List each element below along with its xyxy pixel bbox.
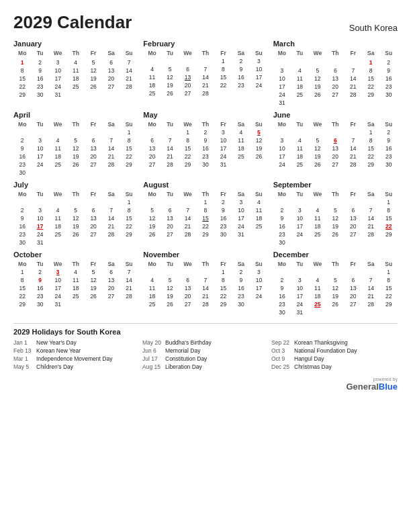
- day-header: Su: [379, 260, 398, 268]
- day-cell: 18: [232, 144, 250, 152]
- day-cell: 15: [179, 144, 196, 152]
- holiday-item: Aug 15Liberation Day: [142, 363, 269, 370]
- day-cell: [66, 300, 84, 308]
- day-cell: 17: [232, 214, 250, 222]
- month-table: MoTuWeThFrSaSu12345678910111213141516171…: [13, 49, 138, 99]
- day-cell: 23: [273, 300, 291, 308]
- holiday-name: Christmas Day: [294, 363, 332, 370]
- week-row: 23242526272829: [273, 300, 398, 308]
- day-cell: 3: [31, 136, 48, 144]
- day-cell: 17: [291, 222, 308, 230]
- day-header: Tu: [291, 260, 308, 268]
- day-cell: 2: [13, 136, 31, 144]
- week-row: 293031: [13, 91, 138, 99]
- day-cell: [31, 128, 48, 136]
- holiday-item: Dec 25Christmas Day: [271, 363, 398, 370]
- day-cell: [362, 198, 379, 206]
- day-header: Mo: [143, 190, 161, 198]
- day-header: We: [49, 120, 66, 128]
- day-cell: [345, 238, 362, 247]
- day-cell: 25: [143, 89, 161, 97]
- day-cell: 24: [49, 83, 66, 91]
- day-cell: [49, 128, 66, 136]
- day-cell: 19: [161, 81, 179, 89]
- day-cell: [309, 268, 326, 276]
- day-cell: [49, 198, 66, 206]
- day-cell: 20: [179, 81, 196, 89]
- week-row: 12131415161718: [143, 214, 267, 222]
- week-row: 22232425262728: [13, 83, 138, 91]
- week-row: 1: [273, 198, 398, 206]
- day-cell: [66, 169, 84, 177]
- day-cell: 10: [273, 144, 291, 152]
- week-row: 30: [273, 238, 398, 247]
- week-row: 3031: [273, 308, 398, 316]
- day-cell: 28: [161, 161, 179, 169]
- day-cell: [291, 58, 308, 66]
- day-cell: 4: [232, 128, 250, 136]
- day-cell: 1: [362, 128, 379, 136]
- day-cell: 19: [309, 83, 326, 91]
- week-row: 16171819202122: [13, 222, 138, 230]
- day-cell: 13: [326, 144, 344, 152]
- day-cell: [66, 238, 84, 247]
- day-cell: [66, 128, 84, 136]
- brand-label: GeneralBlue: [346, 382, 398, 392]
- day-cell: 19: [85, 284, 102, 292]
- day-cell: 16: [13, 152, 31, 161]
- month-table: MoTuWeThFrSaSu12345678910111213141516171…: [13, 260, 138, 308]
- day-cell: 3: [250, 57, 268, 65]
- day-cell: [143, 128, 161, 136]
- day-cell: 22: [362, 83, 379, 91]
- day-cell: 17: [250, 284, 268, 292]
- day-cell: 23: [232, 81, 250, 89]
- powered-by-label: powered by: [346, 377, 398, 382]
- day-header: Mo: [273, 49, 291, 57]
- month-name: November: [143, 251, 267, 259]
- day-cell: 13: [161, 214, 179, 222]
- day-cell: [66, 198, 84, 206]
- day-cell: 24: [250, 81, 268, 89]
- month-name: August: [143, 181, 267, 189]
- day-cell: 28: [362, 300, 379, 308]
- day-cell: 15: [379, 214, 398, 222]
- day-cell: 29: [179, 161, 196, 169]
- day-header: Sa: [362, 260, 379, 268]
- month-name: December: [273, 251, 398, 259]
- day-cell: 20: [143, 152, 161, 161]
- day-cell: 28: [102, 161, 120, 169]
- day-cell: 25: [66, 83, 84, 91]
- day-cell: 29: [379, 230, 398, 238]
- day-cell: 10: [273, 75, 291, 83]
- day-cell: 5: [85, 268, 102, 276]
- day-cell: 5: [326, 276, 344, 284]
- day-cell: 16: [232, 284, 250, 292]
- day-cell: 3: [214, 128, 232, 136]
- day-cell: 13: [102, 66, 120, 75]
- day-cell: 15: [362, 144, 379, 152]
- day-cell: 25: [309, 230, 326, 238]
- day-cell: 11: [49, 144, 66, 152]
- day-cell: 8: [13, 276, 31, 284]
- day-cell: 23: [379, 83, 398, 91]
- day-cell: 10: [250, 65, 268, 73]
- day-header: Th: [66, 49, 84, 57]
- day-cell: 21: [102, 222, 120, 230]
- day-cell: 1: [362, 58, 379, 66]
- day-cell: 2: [232, 268, 250, 276]
- day-header: Sa: [102, 120, 120, 128]
- day-cell: 17: [273, 83, 291, 91]
- day-cell: 17: [214, 144, 232, 152]
- page-header: 2029 Calendar South Korea: [13, 12, 398, 33]
- day-cell: 17: [291, 292, 308, 300]
- week-row: 12: [273, 128, 398, 136]
- day-cell: 24: [273, 91, 291, 99]
- footer: powered by GeneralBlue: [13, 377, 398, 392]
- day-cell: 27: [326, 91, 344, 99]
- day-cell: 31: [31, 238, 48, 247]
- day-cell: 16: [31, 284, 48, 292]
- day-header: Th: [197, 49, 214, 57]
- day-cell: 13: [345, 214, 362, 222]
- day-cell: 14: [102, 144, 120, 152]
- day-cell: 27: [102, 292, 120, 300]
